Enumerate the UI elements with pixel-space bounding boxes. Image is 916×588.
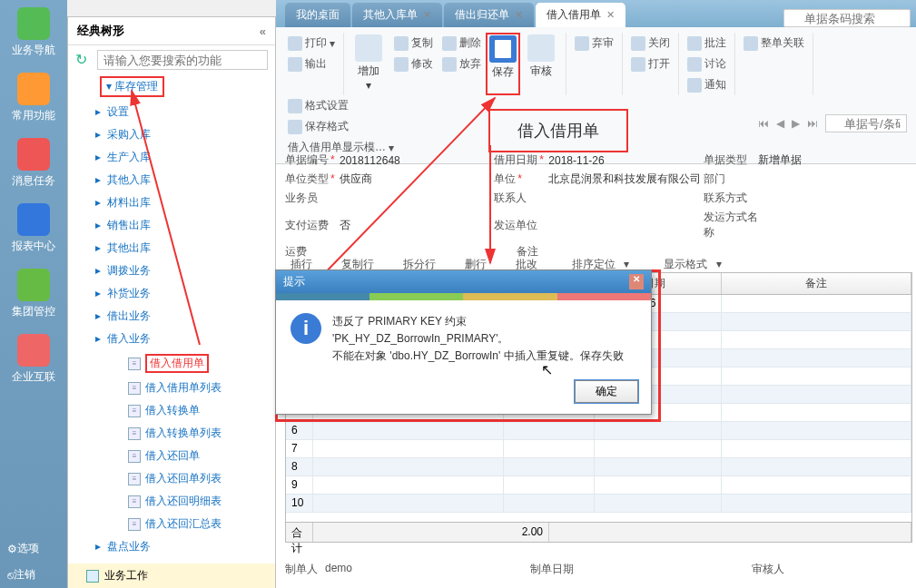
nav-group[interactable]: 集团管控 [0,261,67,327]
unit-type[interactable]: 供应商 [340,172,372,187]
add-icon [355,34,382,62]
tree-doc-borrow[interactable]: ≡借入借用单 [108,350,275,377]
tree-item[interactable]: 销售出库 [95,214,275,237]
tree-item[interactable]: 借出业务 [95,305,275,328]
output-button[interactable]: 输出 [283,54,340,74]
doc-icon: ≡ [128,495,141,508]
save-button[interactable]: 保存 [486,33,520,95]
doc-title: 借入借用单 [488,109,628,152]
tree-item[interactable]: 调拨业务 [95,260,275,282]
link-button[interactable]: 整单关联 [739,33,809,54]
open-button[interactable]: 打开 [626,54,675,74]
date-val[interactable]: 2018-11-26 [548,154,604,167]
doc-icon: ≡ [128,405,141,417]
savefmt-button[interactable]: 保存格式 [283,116,399,137]
tree-item[interactable]: 其他出库 [95,237,275,260]
first-icon[interactable]: ⏮ [758,117,769,130]
doc-no[interactable]: 2018112648 [340,154,400,167]
tab-desktop[interactable]: 我的桌面 [285,3,350,27]
tree-item[interactable]: 设置 [95,101,275,123]
approve-button[interactable]: 批注 [683,33,731,54]
table-row[interactable]: 7 [286,440,911,458]
prev-icon[interactable]: ◀ [776,117,784,130]
tree-doc[interactable]: ≡借入转换单列表 [108,422,275,445]
refresh-icon[interactable]: ↻ [75,51,94,69]
tree-search-input[interactable] [97,50,268,70]
nav-common[interactable]: 常用功能 [0,65,67,131]
dialog-title: 提示 [283,274,305,289]
info-icon: i [291,313,321,344]
close-button[interactable]: 关闭 [626,33,675,54]
modify-button[interactable]: 修改 [389,54,438,74]
label: 业务员 [285,191,340,206]
copy-button[interactable]: 复制 [389,33,438,54]
tree-title: 经典树形« [68,17,275,45]
grid-footer: 合计 2.00 [286,522,911,542]
table-row[interactable]: 8 [286,458,911,476]
barcode-search[interactable] [783,9,911,27]
tree-item[interactable]: 其他入库 [95,169,275,191]
pay-val[interactable]: 否 [340,218,350,233]
close-icon[interactable]: ✕ [515,9,523,21]
doc-icon: ≡ [128,427,141,440]
nav-msg[interactable]: 消息任务 [0,131,67,196]
tree-doc[interactable]: ≡借入还回明细表 [108,490,275,513]
table-row[interactable]: 9 [286,476,911,495]
tree-doc[interactable]: ≡借入还回汇总表 [108,513,275,535]
audit-button[interactable]: 审核 [520,33,562,95]
delete-button[interactable]: 删除 [438,33,486,54]
audit-icon [527,34,555,62]
dialog-close[interactable]: ✕ [629,274,644,289]
label: 支付运费 [285,218,340,233]
print-button[interactable]: 打印 ▾ [283,33,340,54]
tree-doc[interactable]: ≡借入还回单列表 [108,467,275,490]
abandon-button[interactable]: 放弃 [438,54,486,74]
fmt-button[interactable]: 格式设置 [283,95,399,116]
logout-link[interactable]: ⎋ 注销 [0,562,67,588]
tree-doc[interactable]: ≡借入借用单列表 [108,377,275,399]
tree-panel: 经典树形« ↻ 库存管理 设置 采购入库 生产入库 其他入库 材料出库 销售出库… [67,16,276,588]
maker: demo [325,562,352,577]
export-icon [288,57,302,72]
tab-otherin[interactable]: 其他入库单✕ [352,3,442,27]
tree-item[interactable]: 材料出库 [95,191,275,214]
label: 单据编号* [285,152,340,168]
nav-biz[interactable]: 业务导航 [0,0,67,65]
record-nav: ⏮ ◀ ▶ ⏭ [758,114,907,132]
tree-item[interactable]: 生产入库 [95,146,275,169]
tree-doc[interactable]: ≡借入还回单 [108,445,275,467]
label: 联系人 [494,191,548,206]
table-row[interactable]: 10 [286,495,911,513]
tree-item[interactable]: 借入业务 [95,328,275,350]
close-icon[interactable]: ✕ [606,9,615,21]
label: 单位* [494,172,548,187]
tree-item[interactable]: 盘点业务 [95,535,275,558]
doc-icon: ≡ [128,518,141,531]
tree-root[interactable]: 库存管理 [68,74,275,97]
ok-button[interactable]: 确定 [575,380,638,403]
doc-icon: ≡ [128,382,141,395]
record-search[interactable] [825,114,907,132]
next-icon[interactable]: ▶ [792,117,800,130]
section-work[interactable]: 业务工作 [68,564,275,588]
discard-button[interactable]: 弃审 [570,33,618,54]
tree-doc[interactable]: ≡借入转换单 [108,399,275,422]
label: 单据类型 [704,152,758,168]
last-icon[interactable]: ⏭ [807,117,818,130]
tab-borrow[interactable]: 借入借用单✕ [536,3,625,27]
options-link[interactable]: ⚙ 选项 [0,535,67,562]
unit-val[interactable]: 北京昆润景和科技发展有限公司 [548,172,701,187]
add-button[interactable]: 增加 ▾ [348,33,389,95]
tab-return[interactable]: 借出归还单✕ [444,3,534,27]
close-icon[interactable]: ✕ [423,9,431,21]
table-row[interactable]: 6 [286,422,911,440]
nav-ent[interactable]: 企业互联 [0,327,67,392]
save-icon [489,35,517,63]
notice-button[interactable]: 通知 [683,74,731,95]
left-nav: 业务导航 常用功能 消息任务 报表中心 集团管控 企业互联 ⚙ 选项 ⎋ 注销 [0,0,67,588]
tree-collapse[interactable]: « [260,24,266,38]
tree-item[interactable]: 补货业务 [95,282,275,305]
nav-report[interactable]: 报表中心 [0,196,67,261]
tree-item[interactable]: 采购入库 [95,123,275,146]
discuss-button[interactable]: 讨论 [683,54,731,74]
